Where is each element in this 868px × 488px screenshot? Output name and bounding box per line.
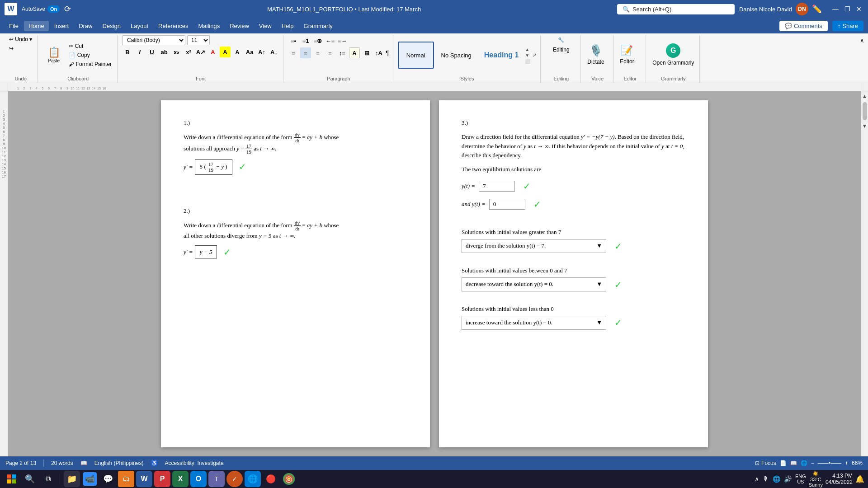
teams-button[interactable]: 💬 <box>100 471 116 487</box>
shading-button[interactable]: A <box>349 47 360 58</box>
font-color-button[interactable]: A <box>208 47 218 57</box>
sync-icon[interactable]: ⟳ <box>64 4 71 14</box>
outlook-button[interactable]: O <box>190 471 207 487</box>
bold-button[interactable]: B <box>122 47 133 57</box>
menu-design[interactable]: Design <box>98 21 125 31</box>
style-no-spacing[interactable]: No Spacing <box>436 42 477 69</box>
edge-button[interactable]: 🌐 <box>245 471 261 487</box>
pen-icon[interactable]: ✏️ <box>812 4 822 14</box>
borders-button[interactable]: ⊞ <box>361 47 372 58</box>
align-left-button[interactable]: ≡ <box>288 47 299 58</box>
superscript-button[interactable]: x² <box>183 47 194 57</box>
read-mode-icon[interactable]: 📖 <box>790 460 797 466</box>
multilevel-list-button[interactable]: ≡⊕ <box>312 35 323 46</box>
styles-dialog-launcher[interactable]: ↗ <box>532 52 537 58</box>
scroll-up-button[interactable]: ▲ <box>861 92 868 100</box>
maximize-button[interactable]: ❐ <box>843 5 852 14</box>
eq2-input[interactable] <box>489 199 525 210</box>
justify-button[interactable]: ≡ <box>325 47 335 58</box>
dictate-button[interactable]: Dictate <box>585 58 606 66</box>
start-button[interactable] <box>4 471 20 487</box>
highlight-button[interactable]: A <box>220 47 231 57</box>
close-button[interactable]: ✕ <box>854 5 863 14</box>
underline-button[interactable]: U <box>146 47 157 57</box>
accessibility-status[interactable]: Accessibility: Investigate <box>165 460 224 466</box>
notification-icon[interactable]: 🔔 <box>855 475 864 483</box>
language-indicator[interactable]: ENG US <box>795 474 806 484</box>
print-layout-icon[interactable]: 📄 <box>780 460 787 466</box>
font-size-select[interactable]: 11 <box>187 35 210 45</box>
menu-home[interactable]: Home <box>24 21 49 31</box>
section2-dropdown[interactable]: decrease toward the solution y(t) = 0. ▼ <box>462 277 606 291</box>
paste-button[interactable]: 📋 Paste <box>42 46 65 65</box>
app-icon-1[interactable]: ✓ <box>226 471 243 487</box>
numbering-button[interactable]: ≡1 <box>300 35 311 46</box>
zoom-slider[interactable]: ——•—— <box>818 460 841 466</box>
font-name-select[interactable]: Calibri (Body) <box>122 35 185 45</box>
powerpoint-button[interactable]: P <box>154 471 170 487</box>
excel-button[interactable]: X <box>172 471 189 487</box>
chrome-button[interactable]: 🔴 <box>263 471 279 487</box>
copy-button[interactable]: 📄 Copy <box>67 51 113 59</box>
undo-button[interactable]: ↩ Undo ▾ <box>7 35 34 43</box>
case-button[interactable]: Aa <box>244 47 255 57</box>
format-painter-button[interactable]: 🖌 Format Painter <box>67 60 113 68</box>
styles-scroll-down[interactable]: ▼ <box>525 53 530 58</box>
menu-view[interactable]: View <box>255 21 276 31</box>
clear-format-button[interactable]: A↗ <box>195 47 206 57</box>
menu-insert[interactable]: Insert <box>50 21 74 31</box>
align-center-button[interactable]: ≡ <box>300 47 311 58</box>
vertical-scrollbar[interactable]: ▲ ▼ <box>861 91 868 456</box>
shrink-font-button[interactable]: A↓ <box>269 47 279 57</box>
ribbon-collapse-button[interactable]: ∧ <box>860 35 864 44</box>
zoom-in-button[interactable]: + <box>845 460 848 466</box>
web-layout-icon[interactable]: 🌐 <box>801 460 807 466</box>
menu-mailings[interactable]: Mailings <box>194 21 225 31</box>
comments-button[interactable]: 💬 Comments <box>779 21 828 31</box>
network-icon[interactable]: 🌐 <box>772 474 781 483</box>
sort-button[interactable]: ↕A <box>373 47 384 58</box>
align-right-button[interactable]: ≡ <box>312 47 323 58</box>
style-normal[interactable]: Normal <box>398 42 434 69</box>
decrease-indent-button[interactable]: ←≡ <box>325 35 335 46</box>
task-view-button[interactable]: ⧉ <box>40 471 56 487</box>
file-explorer-button[interactable]: 📁 <box>64 471 80 487</box>
search-bar[interactable]: 🔍 Search (Alt+Q) <box>617 4 735 14</box>
tray-expand[interactable]: ∧ <box>754 474 760 483</box>
avatar[interactable]: DN <box>796 3 808 15</box>
editing-button[interactable]: Editing <box>551 46 571 54</box>
scroll-thumb[interactable] <box>863 102 867 120</box>
styles-expand[interactable]: ⬜ <box>525 59 530 64</box>
teams2-button[interactable]: T <box>208 471 225 487</box>
grow-font-button[interactable]: A↑ <box>256 47 267 57</box>
zoom-app-button[interactable]: 📹 <box>82 471 98 487</box>
focus-button[interactable]: ⊡ Focus <box>755 460 776 466</box>
minimize-button[interactable]: — <box>831 5 840 14</box>
autosave-toggle[interactable]: On <box>47 5 60 13</box>
zoom-out-button[interactable]: − <box>811 460 814 466</box>
menu-file[interactable]: File <box>5 21 23 31</box>
open-grammarly-button[interactable]: Open Grammarly <box>651 59 696 67</box>
line-spacing-button[interactable]: ↕≡ <box>337 47 348 58</box>
paragraph-mark-button[interactable]: ¶ <box>386 49 389 56</box>
clock[interactable]: 4:13 PM 04/05/2022 <box>826 473 853 485</box>
strikethrough-button[interactable]: ab <box>159 47 170 57</box>
editor-button[interactable]: Editor <box>618 57 636 66</box>
mic-icon[interactable]: 🎙 <box>762 474 770 483</box>
text-effects-button[interactable]: A <box>232 47 243 57</box>
subscript-button[interactable]: x₂ <box>171 47 182 57</box>
word-taskbar-button[interactable]: W <box>136 471 152 487</box>
italic-button[interactable]: I <box>134 47 145 57</box>
increase-indent-button[interactable]: ≡→ <box>337 35 348 46</box>
problem-1-answer-box[interactable]: 5 ( 17 19 − y ) <box>195 159 232 175</box>
menu-help[interactable]: Help <box>277 21 298 31</box>
volume-icon[interactable]: 🔊 <box>783 474 793 483</box>
section3-dropdown[interactable]: increase toward the solution y(t) = 0. ▼ <box>462 316 606 330</box>
bullets-button[interactable]: ≡• <box>288 35 299 46</box>
menu-draw[interactable]: Draw <box>74 21 97 31</box>
menu-review[interactable]: Review <box>225 21 254 31</box>
eq1-input[interactable] <box>479 181 515 192</box>
section1-dropdown[interactable]: diverge from the solution y(t) = 7. ▼ <box>462 239 606 253</box>
share-button[interactable]: ↑ Share <box>832 21 863 31</box>
scroll-down-button[interactable]: ▼ <box>861 122 868 130</box>
